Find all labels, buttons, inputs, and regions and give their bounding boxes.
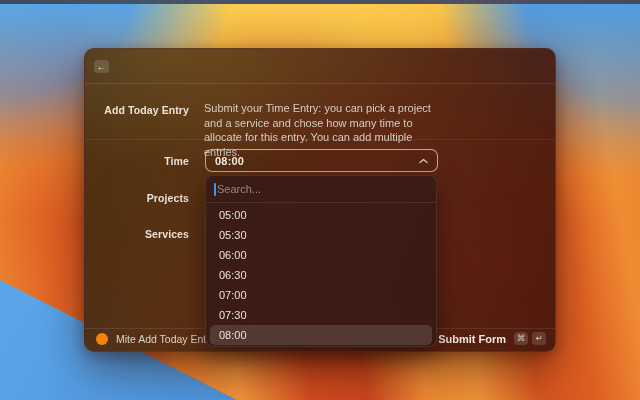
dropdown-option[interactable]: 05:30 [210,225,432,245]
projects-label: Projects [85,192,189,204]
header-divider [85,83,555,84]
screen: ← Add Today Entry Submit your Time Entry… [0,0,640,400]
submit-form-action[interactable]: Submit Form ⌘ ↵ [438,332,546,345]
dropdown-option[interactable]: 06:30 [210,265,432,285]
raycast-window: ← Add Today Entry Submit your Time Entry… [84,48,556,352]
dropdown-option[interactable]: 07:00 [210,285,432,305]
return-key-icon: ↵ [532,332,546,345]
time-label: Time [85,155,189,167]
search-input[interactable] [206,176,436,202]
dropdown-search-row [206,176,436,203]
mite-logo-icon [96,333,108,345]
services-label: Services [85,228,189,240]
time-field[interactable]: 08:00 [205,149,438,172]
back-button[interactable]: ← [94,60,109,73]
dropdown-option-selected[interactable]: 08:00 [210,325,432,345]
app-name: Mite Add Today Entry [116,333,215,345]
form-title: Add Today Entry [85,104,189,116]
dropdown-option[interactable]: 05:00 [210,205,432,225]
dropdown-option[interactable]: 07:30 [210,305,432,325]
wallpaper-bottom-strip [0,0,640,4]
chevron-up-icon [419,158,428,164]
command-key-icon: ⌘ [514,332,528,345]
submit-form-label: Submit Form [438,333,506,345]
time-dropdown: 05:00 05:30 06:00 06:30 07:00 07:30 08:0… [205,175,437,347]
time-value: 08:00 [215,155,244,167]
section-divider [85,139,555,140]
text-cursor [214,183,216,196]
back-arrow-icon: ← [97,62,107,72]
dropdown-option-list: 05:00 05:30 06:00 06:30 07:00 07:30 08:0… [206,203,436,347]
dropdown-option[interactable]: 06:00 [210,245,432,265]
